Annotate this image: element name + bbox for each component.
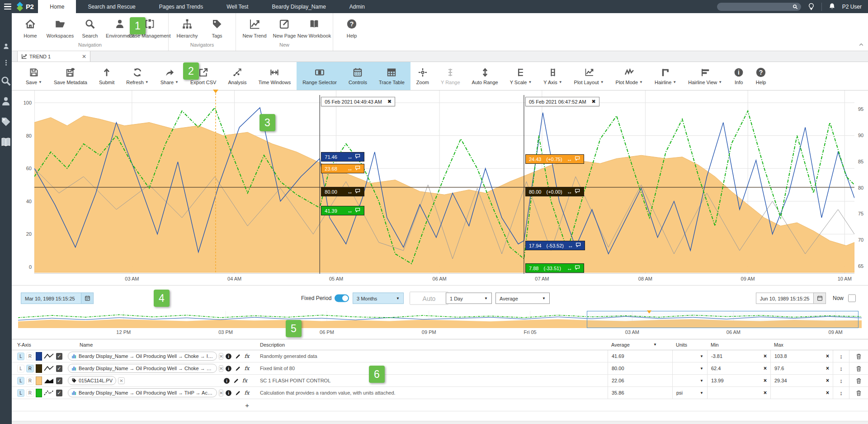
start-date-picker[interactable]: Mar 10, 1989 15:15:25 bbox=[21, 293, 94, 304]
now-checkbox[interactable] bbox=[848, 295, 856, 302]
toolbar-button-auto-range[interactable]: Auto Range bbox=[466, 62, 504, 90]
range-icon[interactable]: ↔ bbox=[567, 189, 572, 195]
trace-visible-checkbox[interactable]: ✓ bbox=[56, 365, 62, 372]
range-icon[interactable]: ↔ bbox=[567, 266, 572, 271]
left-axis-button[interactable]: L bbox=[17, 377, 24, 385]
units-dropdown-icon[interactable]: ▼ bbox=[700, 354, 703, 358]
left-axis-button[interactable]: L bbox=[17, 389, 24, 397]
remove-trace-icon[interactable]: ✕ bbox=[118, 377, 125, 384]
toolbar-button-share[interactable]: Share▼ bbox=[155, 62, 184, 90]
global-search-input[interactable] bbox=[717, 4, 793, 10]
time-cursor-marker-icon[interactable] bbox=[213, 90, 218, 93]
toolbar-button-plot-layout[interactable]: Plot Layout▼ bbox=[568, 62, 610, 90]
header-average[interactable]: Average▼ bbox=[608, 339, 672, 350]
edit-pencil-icon[interactable] bbox=[235, 390, 241, 396]
menu-item-beardy-display-name[interactable]: Beardy Display_Name bbox=[260, 0, 337, 13]
toolbar-button-submit[interactable]: Submit bbox=[93, 62, 120, 90]
range-icon[interactable]: ↔ bbox=[347, 208, 353, 214]
notifications-bell-icon[interactable] bbox=[828, 3, 836, 10]
period-select[interactable]: 3 Months▼ bbox=[353, 293, 404, 304]
interval-select[interactable]: 1 Day▼ bbox=[446, 293, 492, 304]
trace-units-cell[interactable]: psi▼ bbox=[672, 387, 707, 399]
menu-item-home[interactable]: Home bbox=[38, 0, 76, 13]
range-icon[interactable]: ↔ bbox=[567, 157, 572, 162]
clear-min-icon[interactable]: × bbox=[764, 353, 767, 359]
trace-name-chip[interactable]: Beardy Display_Name → Oil Producing Well… bbox=[68, 352, 217, 361]
toolbar-button-zoom[interactable]: Zoom bbox=[410, 62, 435, 90]
trace-color-swatch[interactable] bbox=[36, 352, 42, 361]
right-axis-button[interactable]: R bbox=[26, 353, 33, 360]
header-description[interactable]: Description bbox=[254, 339, 608, 350]
search-icon[interactable] bbox=[793, 4, 798, 10]
trace-color-swatch[interactable] bbox=[36, 376, 42, 385]
rail-book-icon[interactable] bbox=[0, 137, 11, 148]
collapse-ribbon-icon[interactable] bbox=[858, 42, 864, 49]
delete-trace-icon[interactable] bbox=[849, 387, 868, 399]
trace-color-swatch[interactable] bbox=[36, 389, 42, 397]
comment-icon[interactable] bbox=[355, 165, 361, 172]
sort-desc-icon[interactable]: ▼ bbox=[653, 343, 669, 347]
trace-units-cell[interactable]: ▼ bbox=[672, 362, 707, 374]
trace-color-swatch[interactable] bbox=[36, 364, 42, 373]
trace-units-cell[interactable]: ▼ bbox=[672, 350, 707, 362]
toolbar-button-analysis[interactable]: Analysis bbox=[222, 62, 252, 90]
trace-name-chip[interactable]: Beardy Display_Name → Oil Producing Well… bbox=[68, 388, 217, 397]
edit-pencil-icon[interactable] bbox=[233, 378, 239, 384]
calendar-icon[interactable] bbox=[81, 293, 94, 304]
comment-icon[interactable] bbox=[575, 188, 580, 195]
comment-icon[interactable] bbox=[355, 188, 361, 195]
comment-icon[interactable] bbox=[355, 153, 361, 160]
global-search[interactable] bbox=[717, 3, 801, 11]
function-fx-icon[interactable]: fx bbox=[244, 365, 249, 372]
rail-search-icon[interactable] bbox=[0, 76, 11, 86]
range-icon[interactable]: ↔ bbox=[347, 189, 353, 195]
toolbar-button-hairline-view[interactable]: Hairline View▼ bbox=[682, 62, 728, 90]
units-dropdown-icon[interactable]: ▼ bbox=[700, 367, 703, 371]
toolbar-button-y-scale[interactable]: Y Scale▼ bbox=[504, 62, 538, 90]
ribbon-button-home[interactable]: Home bbox=[15, 17, 45, 38]
autorange-trace-icon[interactable]: ↕ bbox=[833, 387, 849, 399]
header-max[interactable]: Max bbox=[770, 339, 833, 350]
calendar-icon[interactable] bbox=[814, 293, 826, 304]
trace-name-chip[interactable]: 015AC114L.PV bbox=[68, 376, 116, 385]
end-date-picker[interactable]: Jun 10, 1989 15:15:25 bbox=[756, 293, 826, 304]
auto-button[interactable]: Auto bbox=[410, 292, 448, 305]
ribbon-button-new-workbook[interactable]: New Workbook bbox=[299, 17, 329, 38]
edit-pencil-icon[interactable] bbox=[235, 366, 241, 372]
overview-cursor-marker-icon[interactable] bbox=[647, 310, 651, 314]
ribbon-button-help[interactable]: ?Help bbox=[337, 17, 367, 38]
comment-icon[interactable] bbox=[575, 156, 580, 162]
info-icon[interactable]: i bbox=[223, 377, 230, 384]
clear-max-icon[interactable]: × bbox=[826, 353, 829, 359]
function-fx-icon[interactable]: fx bbox=[244, 353, 249, 359]
trace-name-chip[interactable]: Beardy Display_Name → Oil Producing Well… bbox=[68, 364, 217, 373]
clear-min-icon[interactable]: × bbox=[764, 365, 767, 372]
delete-trace-icon[interactable] bbox=[849, 375, 868, 386]
toolbar-button-trace-table[interactable]: Trace Table bbox=[373, 62, 410, 90]
trend-chart[interactable]: 05 Feb 2021 04:49:43 AM✖71.46↔23.68↔80.0… bbox=[12, 91, 868, 285]
header-name[interactable]: Name bbox=[66, 339, 254, 350]
menu-item-pages-and-trends[interactable]: Pages and Trends bbox=[147, 0, 215, 13]
trace-units-cell[interactable]: ▼ bbox=[672, 375, 707, 386]
add-trace-button[interactable]: + bbox=[245, 401, 250, 409]
trace-style-icon[interactable] bbox=[44, 390, 54, 396]
clear-min-icon[interactable]: × bbox=[764, 377, 767, 384]
right-axis-button[interactable]: R bbox=[26, 389, 33, 397]
ribbon-button-hierarchy[interactable]: Hierarchy bbox=[172, 17, 202, 38]
rail-environment-icon[interactable] bbox=[0, 96, 11, 107]
ribbon-button-new-trend[interactable]: New Trend bbox=[240, 17, 269, 38]
menu-item-admin[interactable]: Admin bbox=[338, 0, 377, 13]
toolbar-button-refresh[interactable]: Refresh▼ bbox=[120, 62, 154, 90]
clear-max-icon[interactable]: × bbox=[826, 390, 829, 396]
plot-area[interactable]: 05 Feb 2021 04:49:43 AM✖71.46↔23.68↔80.0… bbox=[34, 91, 854, 285]
rail-user-icon[interactable] bbox=[3, 43, 9, 50]
autorange-trace-icon[interactable]: ↕ bbox=[833, 375, 849, 386]
clear-max-icon[interactable]: × bbox=[826, 377, 829, 384]
rail-tag-icon[interactable] bbox=[0, 116, 11, 127]
end-date-value[interactable]: Jun 10, 1989 15:15:25 bbox=[756, 293, 814, 304]
function-fx-icon[interactable]: fx bbox=[244, 390, 249, 396]
tab-close-icon[interactable]: ✕ bbox=[82, 53, 86, 60]
menu-item-search-and-rescue[interactable]: Search and Rescue bbox=[76, 0, 147, 13]
autorange-trace-icon[interactable]: ↕ bbox=[833, 362, 849, 374]
header-units[interactable]: Units bbox=[672, 339, 707, 350]
